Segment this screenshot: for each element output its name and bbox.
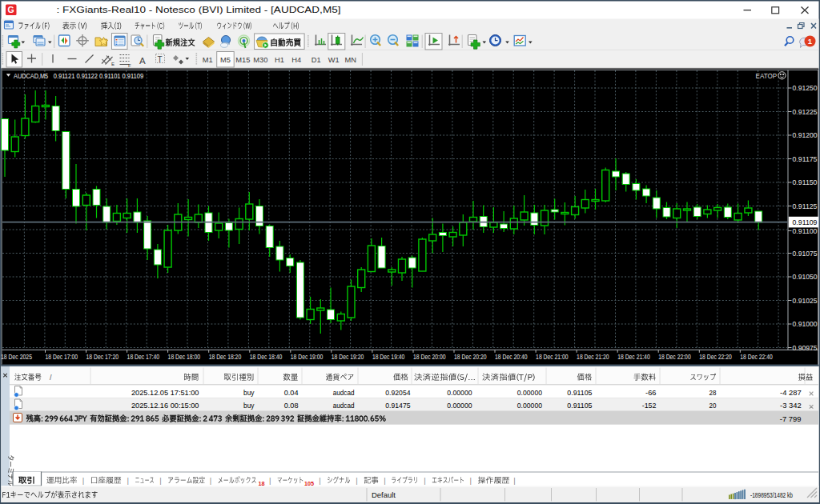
- svg-text:0.91475: 0.91475: [385, 401, 410, 410]
- svg-text:0.91109: 0.91109: [793, 218, 818, 226]
- svg-text:18 Dec 19:20: 18 Dec 19:20: [332, 353, 364, 361]
- svg-text:0.04: 0.04: [284, 388, 299, 397]
- svg-text:-66: -66: [645, 388, 656, 397]
- svg-text:0.91250: 0.91250: [793, 83, 818, 92]
- svg-text:|: |: [384, 476, 385, 485]
- svg-text:|: |: [356, 476, 357, 485]
- svg-text:18 Dec 17:00: 18 Dec 17:00: [46, 353, 78, 361]
- svg-text:18 Dec 18:40: 18 Dec 18:40: [250, 353, 283, 361]
- svg-text:0.00000: 0.00000: [447, 388, 472, 397]
- svg-text:18 Dec 21:40: 18 Dec 21:40: [617, 353, 650, 361]
- svg-text:0.00000: 0.00000: [447, 401, 472, 410]
- svg-text:28: 28: [709, 388, 717, 397]
- svg-text:A: A: [139, 56, 146, 66]
- svg-text:MN: MN: [344, 56, 356, 64]
- svg-text:0.90975: 0.90975: [793, 343, 818, 352]
- svg-text:0.92054: 0.92054: [385, 388, 410, 397]
- svg-text:H1: H1: [275, 56, 284, 64]
- svg-text:T: T: [158, 55, 163, 64]
- svg-text:0.91105: 0.91105: [567, 401, 592, 410]
- svg-text:0.00000: 0.00000: [517, 388, 542, 397]
- svg-text:0.91025: 0.91025: [793, 296, 818, 305]
- svg-text:18 Dec 17:20: 18 Dec 17:20: [86, 353, 119, 361]
- svg-text:18: 18: [259, 480, 265, 487]
- svg-text:0.91121 0.91122 0.91101 0.9110: 0.91121 0.91122 0.91101 0.91109: [54, 72, 143, 80]
- svg-text:2025.12.16 00:15:00: 2025.12.16 00:15:00: [131, 401, 199, 410]
- svg-text:-152: -152: [642, 401, 657, 410]
- svg-text:|: |: [470, 476, 472, 485]
- svg-text:18 Dec 19:00: 18 Dec 19:00: [291, 353, 324, 361]
- svg-text:-1898953/1482 kb: -1898953/1482 kb: [750, 491, 793, 499]
- svg-text:0.91075: 0.91075: [793, 249, 818, 258]
- svg-text:buy: buy: [243, 401, 255, 410]
- svg-text:18 Dec 22:00: 18 Dec 22:00: [658, 353, 691, 361]
- svg-text:audcad: audcad: [333, 401, 355, 410]
- svg-text:1: 1: [808, 37, 813, 46]
- svg-text:0.91100: 0.91100: [793, 226, 818, 235]
- svg-text:|: |: [513, 476, 515, 485]
- svg-text:18 Dec 20:20: 18 Dec 20:20: [454, 353, 487, 361]
- svg-text:: FXGiants-Real10 - Notesco (B: : FXGiants-Real10 - Notesco (BVI) Limite…: [57, 4, 341, 15]
- svg-text:18 Dec 22:40: 18 Dec 22:40: [740, 353, 773, 361]
- svg-text:|: |: [82, 476, 84, 485]
- svg-text:18 Dec 17:40: 18 Dec 17:40: [127, 353, 160, 361]
- svg-text:0.00000: 0.00000: [517, 401, 542, 410]
- svg-text:0.91175: 0.91175: [793, 154, 818, 163]
- svg-text:E: E: [111, 62, 115, 66]
- svg-text:18 Dec 18:00: 18 Dec 18:00: [168, 353, 201, 361]
- svg-text:-3 342: -3 342: [780, 401, 802, 410]
- svg-text:0.91225: 0.91225: [793, 107, 818, 116]
- svg-text:0.08: 0.08: [284, 401, 299, 410]
- svg-text:0.91105: 0.91105: [567, 388, 592, 397]
- svg-text:18 Dec 18:20: 18 Dec 18:20: [209, 353, 242, 361]
- svg-text:|: |: [269, 476, 271, 485]
- svg-text:-4 287: -4 287: [780, 388, 802, 397]
- svg-text:|: |: [424, 476, 425, 485]
- svg-text:Default: Default: [372, 490, 396, 499]
- svg-text:M30: M30: [253, 56, 267, 64]
- svg-text:M5: M5: [220, 56, 231, 64]
- svg-text:G: G: [8, 5, 14, 14]
- svg-text:18 Dec 22:20: 18 Dec 22:20: [699, 353, 732, 361]
- svg-text:EATOP: EATOP: [756, 71, 778, 80]
- svg-text:0.91150: 0.91150: [793, 178, 818, 186]
- svg-text:audcad: audcad: [333, 388, 355, 397]
- svg-text:0.91125: 0.91125: [793, 202, 818, 210]
- svg-text:W1: W1: [328, 56, 340, 64]
- svg-text:H4: H4: [291, 56, 301, 64]
- svg-text:|: |: [127, 476, 128, 485]
- svg-text:|: |: [159, 476, 161, 485]
- svg-text:0.91050: 0.91050: [793, 272, 818, 281]
- svg-text:2025.12.05 17:51:00: 2025.12.05 17:51:00: [131, 388, 199, 397]
- svg-text:|: |: [319, 476, 320, 485]
- svg-text:D1: D1: [312, 56, 321, 64]
- svg-text:M1: M1: [203, 56, 213, 64]
- svg-text:20: 20: [709, 401, 717, 410]
- svg-text:18 Dec 20:40: 18 Dec 20:40: [495, 353, 528, 361]
- svg-text:AUDCAD,M5: AUDCAD,M5: [14, 71, 48, 80]
- svg-text:18 Dec 21:20: 18 Dec 21:20: [577, 353, 609, 361]
- svg-text:18 Dec 19:40: 18 Dec 19:40: [372, 353, 405, 361]
- svg-text:-7 799: -7 799: [780, 414, 802, 423]
- svg-text:F: F: [128, 63, 131, 68]
- svg-text:105: 105: [304, 480, 314, 487]
- svg-text:18 Dec 20:00: 18 Dec 20:00: [413, 353, 446, 361]
- svg-text:buy: buy: [243, 388, 255, 397]
- svg-text:M15: M15: [235, 56, 250, 64]
- svg-text:0.91200: 0.91200: [793, 130, 818, 139]
- svg-text:0.91000: 0.91000: [793, 319, 818, 328]
- svg-text:18 Dec 2025: 18 Dec 2025: [1, 353, 32, 361]
- svg-text:|: |: [210, 476, 211, 485]
- svg-text:18 Dec 21:00: 18 Dec 21:00: [536, 353, 569, 361]
